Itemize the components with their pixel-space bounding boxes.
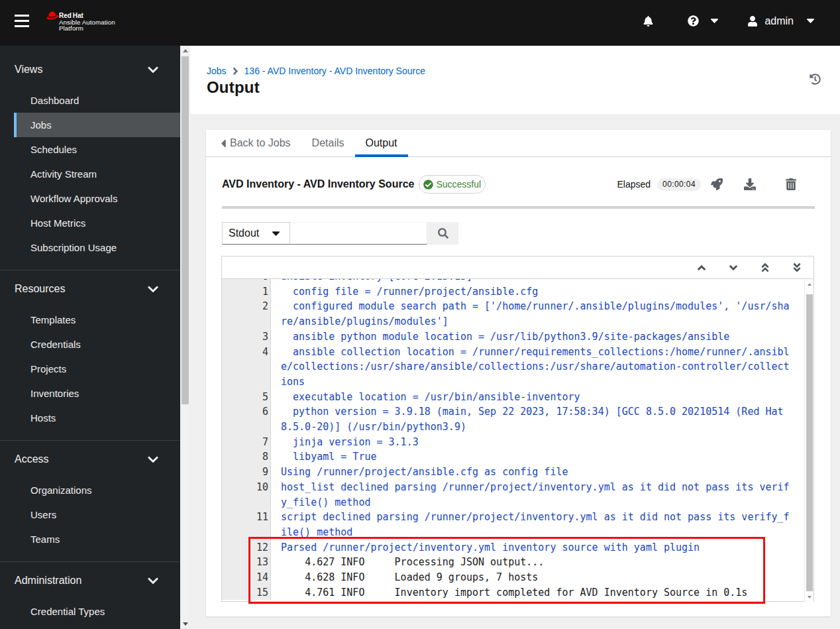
nav-toggle-button[interactable] [15,14,29,28]
nav-section-administration: AdministrationCredential Types [0,561,180,629]
log-scrollbar[interactable] [804,280,814,602]
user-icon [747,16,758,27]
sidebar-item-hosts[interactable]: Hosts [14,406,180,430]
nav-section-access: AccessOrganizationsUsersTeams [0,440,180,561]
log-line-number[interactable]: 14 [222,570,271,585]
caret-down-icon [272,231,280,236]
help-menu-button[interactable] [688,15,718,27]
hamburger-icon-bar [15,25,29,28]
angle-double-down-icon [793,263,801,272]
tab-details[interactable]: Details [301,130,355,156]
sidebar-item-activity-stream[interactable]: Activity Stream [14,162,180,186]
log-line-number[interactable]: 8 [222,449,271,465]
tab-back-to-jobs[interactable]: Back to Jobs [221,130,301,156]
elapsed-label: Elapsed [617,179,651,190]
log-line-4: 4 ansible collection location = /runner/… [222,345,814,390]
breadcrumb: Jobs 136 - AVD Inventory - AVD Inventory… [207,66,824,76]
log-line-number[interactable]: 5 [222,390,271,405]
sidebar-item-dashboard[interactable]: Dashboard [14,88,180,113]
chevron-down-icon [148,456,158,463]
log-line-number[interactable]: 6 [222,404,271,434]
job-header-row: AVD Inventory - AVD Inventory Source Suc… [222,175,815,194]
scrollbar-thumb[interactable] [182,56,189,404]
log-line-15: 15 4.761 INFO Inventory import completed… [222,585,814,600]
scroll-last-button[interactable] [781,257,813,278]
breadcrumb-current-link[interactable]: 136 - AVD Inventory - AVD Inventory Sour… [244,66,425,76]
search-button[interactable] [427,222,458,245]
sidebar-item-credential-types[interactable]: Credential Types [14,599,180,624]
relaunch-button[interactable] [711,178,723,190]
log-line-number[interactable]: 13 [222,555,271,570]
sidebar-item-jobs[interactable]: Jobs [14,113,180,137]
scrollbar-down-arrow[interactable] [180,619,190,629]
search-input[interactable] [290,222,427,245]
nav-group-access[interactable]: Access [0,449,180,469]
scroll-next-button[interactable] [717,257,749,278]
log-line-text: executable location = /usr/bin/ansible-i… [271,390,790,405]
sidebar-scrollbar[interactable] [180,46,190,629]
brand-logo[interactable]: Red Hat Ansible Automation Platform [46,11,115,32]
sidebar-item-templates[interactable]: Templates [14,308,180,332]
log-line-text: python version = 3.9.18 (main, Sep 22 20… [271,404,790,434]
output-toolbar: Stdout [222,222,815,245]
sidebar-item-workflow-approvals[interactable]: Workflow Approvals [14,186,180,211]
sidebar-item-projects[interactable]: Projects [14,357,180,381]
log-line-number[interactable]: 4 [222,345,271,390]
log-line-number[interactable]: 9 [222,465,271,480]
log-pane: 0ansible-inventory [core 2.15.13]1 confi… [221,256,814,602]
triangle-up-icon [183,49,188,52]
sidebar-item-subscription-usage[interactable]: Subscription Usage [14,235,180,260]
notifications-button[interactable] [643,16,653,27]
log-line-14: 14 4.628 INFO Loaded 9 groups, 7 hosts [222,570,814,585]
log-line-text: configured module search path = ['/home/… [271,299,790,329]
log-line-5: 5 executable location = /usr/bin/ansible… [222,390,814,405]
scroll-previous-button[interactable] [686,257,717,278]
log-line-number[interactable]: 15 [222,585,271,600]
status-badge[interactable]: Successful [419,175,486,194]
log-line-number[interactable]: 10 [222,480,271,510]
log-scrollbar-down-arrow[interactable] [805,593,814,602]
tab-output[interactable]: Output [355,130,408,156]
user-menu-button[interactable]: admin [747,15,814,27]
log-line-number[interactable]: 11 [222,510,271,540]
scrollbar-up-arrow[interactable] [180,46,190,56]
log-line-number[interactable]: 3 [222,329,271,345]
log-line-number[interactable]: 2 [222,299,271,329]
stdout-select[interactable]: Stdout [222,222,290,245]
scroll-first-button[interactable] [749,257,781,278]
breadcrumb-separator-icon [233,68,238,75]
sidebar-item-users[interactable]: Users [14,502,180,527]
log-line-text: jinja version = 3.1.3 [271,435,790,450]
log-line-text: Parsed /runner/project/inventory.yml inv… [271,540,790,555]
hamburger-icon-bar [15,15,29,17]
sidebar-item-credentials[interactable]: Credentials [14,332,180,357]
log-line-number[interactable]: 12 [222,540,271,555]
caret-down-icon [807,19,814,23]
log-line-number[interactable]: 1 [222,284,271,300]
download-button[interactable] [744,178,756,190]
nav-group-administration[interactable]: Administration [0,571,180,591]
redhat-fedora-icon [46,11,59,21]
breadcrumb-jobs-link[interactable]: Jobs [207,66,227,76]
history-button[interactable] [810,74,821,85]
sidebar-item-host-metrics[interactable]: Host Metrics [14,211,180,235]
sidebar-item-inventories[interactable]: Inventories [14,381,180,406]
bell-icon [643,16,653,27]
nav-group-views[interactable]: Views [0,60,180,80]
delete-button[interactable] [786,178,796,190]
triangle-down-icon [808,596,812,599]
log-scrollbar-up-arrow[interactable] [805,280,814,289]
sidebar-item-schedules[interactable]: Schedules [14,137,180,162]
main-content: Jobs 136 - AVD Inventory - AVD Inventory… [190,46,840,629]
log-scrollbar-thumb[interactable] [806,294,813,591]
page-header: Jobs 136 - AVD Inventory - AVD Inventory… [190,46,840,114]
log-line-number[interactable]: 7 [222,435,271,450]
nav-group-resources[interactable]: Resources [0,279,180,299]
log-line-number[interactable]: 0 [222,279,271,284]
sidebar-item-organizations[interactable]: Organizations [14,478,180,502]
log-line-1: 1 config file = /runner/project/ansible.… [222,284,814,300]
sidebar-item-teams[interactable]: Teams [14,527,180,551]
brand-line3: Platform [59,25,115,32]
angle-up-icon [698,265,706,270]
history-icon [810,74,821,85]
